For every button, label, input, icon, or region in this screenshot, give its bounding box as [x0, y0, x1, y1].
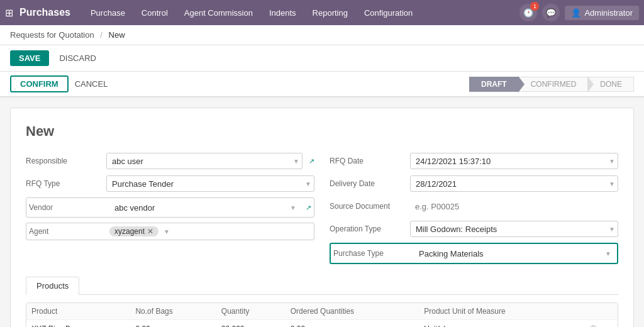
row-ordered-qty: 0.00: [286, 320, 419, 328]
responsible-label: Responsible: [26, 157, 101, 165]
col-product: Product: [26, 303, 130, 320]
discard-button[interactable]: DISCARD: [53, 50, 103, 66]
notification-badge: 1: [530, 2, 539, 11]
form-left-section: Responsible ▼ ↗ RFQ Type ▼: [26, 152, 314, 264]
nav-indents[interactable]: Indents: [262, 4, 304, 21]
agent-label: Agent: [29, 227, 104, 236]
delivery-date-label: Delivery Date: [330, 179, 405, 188]
responsible-value: ▼: [106, 153, 303, 169]
row-product: XYZ Rice Bag: [26, 320, 130, 328]
rfq-type-value: ▼: [106, 175, 314, 192]
form-card: New Responsible ▼ ↗ RFQ Type: [10, 108, 634, 327]
vendor-external-link-icon[interactable]: ↗: [306, 204, 311, 212]
breadcrumb-current: New: [109, 30, 125, 40]
rfq-type-label: RFQ Type: [26, 179, 101, 188]
status-bar: DRAFT CONFIRMED DONE: [469, 77, 634, 92]
agent-tag-remove-icon[interactable]: ✕: [147, 227, 153, 236]
vendor-label: Vendor: [29, 203, 104, 212]
source-doc-row: Source Document: [330, 197, 618, 215]
tabs-bar: Products: [26, 277, 618, 295]
purchase-type-row: Purchase Type ▼: [330, 243, 618, 264]
tab-products[interactable]: Products: [26, 277, 79, 295]
status-confirmed: CONFIRMED: [519, 77, 589, 92]
operation-type-value: ▼: [410, 221, 618, 237]
apps-icon[interactable]: ⊞: [5, 7, 13, 19]
col-uom: Product Unit of Measure: [419, 303, 584, 320]
vendor-value: ▼: [109, 199, 299, 216]
top-navigation: ⊞ Purchases Purchase Control Agent Commi…: [0, 0, 644, 25]
agent-arrow-icon: ▼: [164, 228, 170, 235]
col-ordered-qty: Ordered Quantities: [286, 303, 419, 320]
delete-row-icon[interactable]: 🗑: [589, 324, 597, 327]
table-header-row: Product No.of Bags Quantity Ordered Quan…: [26, 303, 618, 320]
row-delete-cell: 🗑: [584, 320, 618, 328]
delivery-date-row: Delivery Date ▼: [330, 175, 618, 192]
rfq-date-input[interactable]: [410, 153, 618, 169]
vendor-input[interactable]: [109, 199, 299, 216]
cancel-button[interactable]: CANCEL: [69, 77, 114, 91]
col-actions: [584, 303, 618, 320]
purchase-type-label: Purchase Type: [333, 249, 409, 258]
source-doc-input[interactable]: [410, 200, 618, 213]
form-right-section: RFQ Date ▼ Delivery Date ▼ Sou: [330, 152, 618, 264]
row-quantity: 20.000: [216, 320, 286, 328]
nav-configuration[interactable]: Configuration: [357, 4, 420, 21]
products-table: Product No.of Bags Quantity Ordered Quan…: [26, 303, 618, 327]
products-table-wrapper: Product No.of Bags Quantity Ordered Quan…: [26, 302, 618, 327]
rfq-date-value: ▼: [410, 153, 618, 169]
row-no-bags: 0.00: [130, 320, 216, 328]
rfq-date-row: RFQ Date ▼: [330, 152, 618, 170]
operation-type-input[interactable]: [410, 221, 618, 237]
col-quantity: Quantity: [216, 303, 286, 320]
vendor-row: Vendor ▼ ↗: [26, 197, 314, 218]
nav-purchase[interactable]: Purchase: [83, 4, 133, 21]
nav-right: 🕐 1 💬 👤 Administrator: [519, 4, 639, 21]
nav-control[interactable]: Control: [134, 4, 175, 21]
responsible-input[interactable]: [106, 153, 303, 169]
nav-menu: Purchase Control Agent Commission Indent…: [83, 4, 519, 21]
user-menu[interactable]: 👤 Administrator: [565, 6, 639, 20]
status-draft: DRAFT: [469, 77, 519, 92]
agent-tag: xyzagent ✕: [109, 226, 158, 236]
agent-value: xyzagent ✕ ▼: [109, 226, 311, 236]
action-bar: SAVE DISCARD: [0, 45, 644, 72]
confirm-bar: CONFIRM CANCEL DRAFT CONFIRMED DONE: [0, 72, 644, 97]
agent-tag-label: xyzagent: [114, 227, 145, 236]
responsible-external-link-icon[interactable]: ↗: [309, 157, 314, 165]
form-title: New: [26, 123, 618, 140]
rfq-date-label: RFQ Date: [330, 157, 405, 165]
row-uom: Unit(s): [419, 320, 584, 328]
purchase-type-value: ▼: [414, 245, 614, 262]
nav-reporting[interactable]: Reporting: [305, 4, 355, 21]
app-title: Purchases: [19, 7, 70, 18]
operation-type-row: Operation Type ▼: [330, 220, 618, 238]
user-name: Administrator: [584, 8, 633, 18]
notifications-icon[interactable]: 🕐 1: [519, 4, 537, 21]
col-no-bags: No.of Bags: [130, 303, 216, 320]
nav-agent-commission[interactable]: Agent Commission: [177, 4, 260, 21]
breadcrumb: Requests for Quotation / New: [0, 25, 644, 45]
status-done: DONE: [588, 77, 634, 92]
source-doc-label: Source Document: [330, 202, 405, 211]
delivery-date-value: ▼: [410, 175, 618, 192]
source-doc-value: [410, 200, 618, 213]
agent-row: Agent xyzagent ✕ ▼: [26, 223, 314, 240]
rfq-type-input[interactable]: [106, 175, 314, 192]
breadcrumb-separator: /: [100, 30, 103, 40]
messages-icon[interactable]: 💬: [542, 4, 560, 21]
breadcrumb-parent[interactable]: Requests for Quotation: [10, 30, 94, 40]
save-button[interactable]: SAVE: [10, 50, 49, 66]
confirm-button[interactable]: CONFIRM: [10, 75, 69, 92]
rfq-type-row: RFQ Type ▼: [26, 175, 314, 192]
purchase-type-input[interactable]: [414, 245, 614, 262]
delivery-date-input[interactable]: [410, 175, 618, 192]
table-row: XYZ Rice Bag 0.00 20.000 0.00 Unit(s) 🗑: [26, 320, 618, 328]
main-content: New Responsible ▼ ↗ RFQ Type: [0, 97, 644, 327]
operation-type-label: Operation Type: [330, 224, 405, 233]
responsible-row: Responsible ▼ ↗: [26, 152, 314, 170]
form-grid: Responsible ▼ ↗ RFQ Type ▼: [26, 152, 618, 264]
